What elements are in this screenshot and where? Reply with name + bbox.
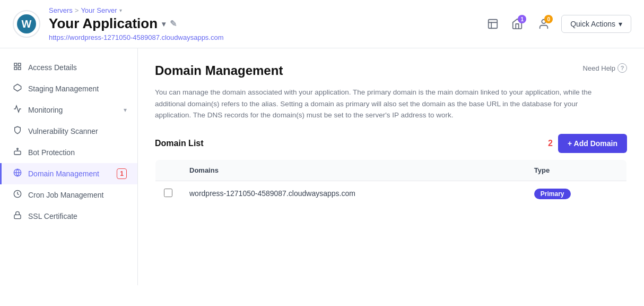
- globe-icon: [12, 168, 23, 179]
- app-url[interactable]: https://wordpress-1271050-4589087.cloudw…: [49, 33, 224, 41]
- user-button[interactable]: 0: [535, 15, 553, 33]
- sidebar-item-bot-label: Bot Protection: [28, 148, 127, 157]
- breadcrumb: Servers > Your Server ▾: [49, 6, 484, 14]
- app-title-text: Your Application: [49, 15, 158, 32]
- sidebar-item-access-details-label: Access Details: [28, 63, 127, 72]
- svg-rect-0: [489, 20, 498, 29]
- sidebar-item-monitoring-label: Monitoring: [28, 106, 118, 114]
- diamond-icon: [12, 83, 23, 94]
- row-checkbox-cell: [155, 181, 181, 206]
- sidebar-item-monitoring[interactable]: Monitoring ▾: [0, 99, 137, 121]
- table-row: wordpress-1271050-4589087.cloudwaysapps.…: [155, 181, 627, 206]
- bot-icon: [12, 147, 23, 158]
- primary-badge: Primary: [534, 189, 571, 199]
- need-help-button[interactable]: Need Help ?: [583, 63, 627, 73]
- svg-point-10: [17, 148, 19, 150]
- table-header-type: Type: [526, 159, 627, 181]
- page-header: Domain Management Need Help ?: [155, 63, 627, 78]
- domain-count: 2: [548, 139, 553, 148]
- help-circle-icon: ?: [617, 63, 627, 73]
- page-title: Domain Management: [155, 63, 283, 78]
- header-actions: 1 0 Quick Actions ▾: [484, 15, 631, 33]
- sidebar-item-access-details[interactable]: Access Details: [0, 57, 137, 78]
- table-header-row: Domains Type: [155, 159, 627, 181]
- app-logo: W: [13, 10, 40, 38]
- header: W Servers > Your Server ▾ Your Applicati…: [0, 0, 644, 48]
- domain-management-badge: 1: [117, 168, 127, 179]
- sidebar-item-staging-management[interactable]: Staging Management: [0, 78, 137, 99]
- domain-table: Domains Type wordpress-1271050-4589087.c…: [155, 159, 627, 207]
- domain-list-header: Domain List 2 + Add Domain: [155, 134, 627, 153]
- svg-rect-5: [18, 63, 21, 66]
- sidebar: Access Details Staging Management Monito…: [0, 48, 138, 285]
- row-checkbox[interactable]: [164, 189, 172, 197]
- svg-rect-7: [18, 67, 21, 70]
- notes-button[interactable]: [484, 15, 502, 33]
- breadcrumb-server[interactable]: Your Server: [81, 6, 117, 14]
- svg-rect-6: [14, 67, 17, 70]
- wordpress-icon: W: [17, 14, 36, 33]
- sidebar-item-staging-label: Staging Management: [28, 84, 127, 93]
- svg-rect-4: [14, 63, 17, 66]
- breadcrumb-servers[interactable]: Servers: [49, 6, 73, 14]
- quick-actions-button[interactable]: Quick Actions ▾: [561, 15, 631, 33]
- sidebar-item-cron-job[interactable]: Cron Job Management: [0, 184, 137, 206]
- quick-actions-chevron-icon: ▾: [619, 20, 622, 28]
- svg-rect-9: [14, 151, 21, 155]
- user-badge: 0: [544, 15, 553, 23]
- need-help-label: Need Help: [583, 64, 615, 72]
- app-title-chevron-icon[interactable]: ▾: [162, 20, 166, 28]
- notifications-button[interactable]: 1: [508, 15, 526, 33]
- row-type: Primary: [526, 181, 627, 206]
- table-header-checkbox: [155, 159, 181, 181]
- app-title-edit-icon[interactable]: ✎: [170, 19, 177, 29]
- quick-actions-label: Quick Actions: [570, 20, 615, 28]
- shield-icon: [12, 126, 23, 137]
- sidebar-item-domain-label: Domain Management: [28, 169, 111, 178]
- sidebar-item-bot-protection[interactable]: Bot Protection: [0, 142, 137, 163]
- row-domain: wordpress-1271050-4589087.cloudwaysapps.…: [181, 181, 526, 206]
- sidebar-item-domain-management[interactable]: Domain Management 1: [0, 163, 137, 184]
- monitoring-chevron-icon: ▾: [124, 106, 127, 114]
- svg-marker-8: [14, 84, 21, 91]
- domain-list-title: Domain List: [155, 139, 204, 148]
- sidebar-item-vulnerability-scanner[interactable]: Vulnerability Scanner: [0, 121, 137, 142]
- lock-icon: [12, 211, 23, 222]
- breadcrumb-separator: >: [75, 6, 79, 14]
- sidebar-item-ssl-certificate[interactable]: SSL Certificate: [0, 206, 137, 227]
- grid-icon: [12, 62, 23, 73]
- sidebar-item-vulnerability-label: Vulnerability Scanner: [28, 127, 127, 135]
- sidebar-item-ssl-label: SSL Certificate: [28, 212, 127, 220]
- notification-badge: 1: [518, 15, 526, 23]
- clock-icon: [12, 190, 23, 200]
- main-content: Domain Management Need Help ? You can ma…: [138, 48, 644, 285]
- add-domain-button[interactable]: + Add Domain: [558, 134, 627, 153]
- header-info: Servers > Your Server ▾ Your Application…: [49, 6, 484, 41]
- page-description: You can manage the domain associated wit…: [155, 87, 611, 121]
- main-layout: Access Details Staging Management Monito…: [0, 48, 644, 285]
- sidebar-item-cron-label: Cron Job Management: [28, 191, 127, 199]
- domain-list-right: 2 + Add Domain: [548, 134, 627, 153]
- svg-rect-17: [14, 215, 21, 218]
- table-header-domains: Domains: [181, 159, 526, 181]
- breadcrumb-chevron-icon: ▾: [119, 7, 122, 13]
- app-title: Your Application ▾ ✎: [49, 15, 484, 32]
- chart-icon: [12, 105, 23, 115]
